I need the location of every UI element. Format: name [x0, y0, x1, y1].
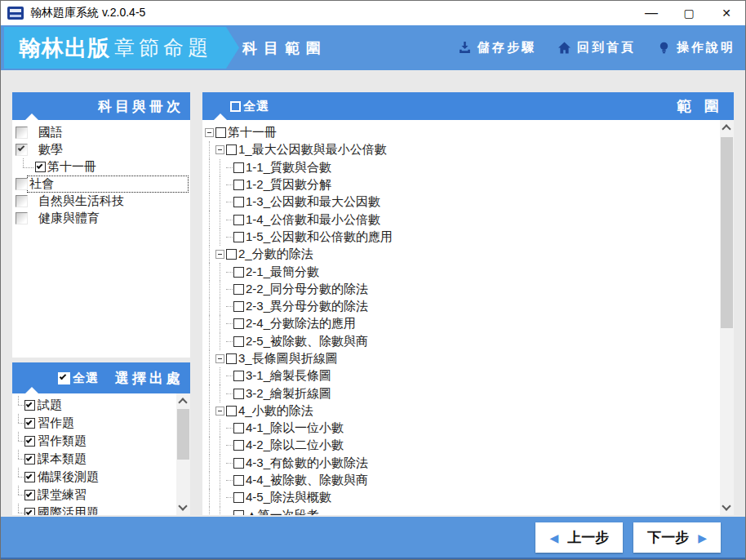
subject-label[interactable]: 國語: [38, 125, 63, 140]
source-label[interactable]: 課堂練習: [38, 487, 87, 503]
tree-node-label[interactable]: 1-5_公因數和公倍數的應用: [246, 229, 393, 245]
subject-row[interactable]: 社會: [12, 176, 190, 193]
tree-node-label[interactable]: 1-1_質數與合數: [246, 160, 331, 176]
source-label[interactable]: 習作題: [38, 416, 74, 431]
checkbox[interactable]: [24, 436, 35, 447]
checkbox[interactable]: [233, 318, 244, 329]
collapse-expander-icon[interactable]: [215, 354, 224, 363]
checkbox[interactable]: [233, 475, 244, 486]
source-label[interactable]: 課本類題: [38, 451, 87, 467]
tree-node-label[interactable]: 4-1_除以一位小數: [246, 420, 344, 436]
tree-node-label[interactable]: 2-2_同分母分數的除法: [246, 282, 368, 297]
checkbox[interactable]: [24, 418, 35, 429]
tree-row[interactable]: 2-4_分數除法的應用: [202, 315, 734, 332]
tree-row[interactable]: 2-3_異分母分數的除法: [202, 298, 734, 315]
tree-row[interactable]: 4-5_除法與概數: [202, 489, 734, 506]
checkbox[interactable]: [24, 490, 35, 500]
tree-node-label[interactable]: 3-1_繪製長條圖: [246, 368, 331, 384]
checkbox[interactable]: [226, 144, 237, 155]
tree-node-label[interactable]: 4-4_被除數、除數與商: [246, 473, 368, 488]
checkbox[interactable]: [233, 232, 244, 242]
tree-node-label[interactable]: 4-2_除以二位小數: [246, 438, 344, 453]
checkbox[interactable]: [16, 178, 28, 190]
checkbox[interactable]: [16, 195, 28, 207]
checkbox[interactable]: [24, 472, 35, 482]
tree-node-label[interactable]: 2-3_異分母分數的除法: [246, 299, 368, 314]
previous-step-button[interactable]: ◀ 上一步: [535, 522, 623, 553]
subject-label[interactable]: 社會: [29, 176, 54, 192]
checkbox[interactable]: [215, 127, 226, 138]
subject-row[interactable]: 健康與體育: [12, 210, 190, 227]
tree-row[interactable]: 1-3_公因數和最大公因數: [202, 193, 734, 211]
tree-node-label[interactable]: 2-4_分數除法的應用: [246, 316, 356, 331]
scroll-down-icon[interactable]: [178, 501, 187, 510]
collapse-expander-icon[interactable]: [215, 250, 224, 259]
next-step-button[interactable]: 下一步 ▶: [633, 522, 721, 553]
checkbox[interactable]: [233, 458, 244, 469]
subject-label[interactable]: 自然與生活科技: [38, 193, 124, 209]
sources-select-all-label[interactable]: 全選: [73, 371, 99, 386]
tree-row[interactable]: 1_最大公因數與最小公倍數: [202, 141, 734, 158]
checkbox[interactable]: [233, 371, 244, 381]
tree-row[interactable]: 3_長條圖與折線圖: [202, 350, 734, 367]
tree-row[interactable]: 4-2_除以二位小數: [202, 437, 734, 454]
subject-label[interactable]: 健康與體育: [38, 211, 100, 226]
scroll-down-icon[interactable]: [722, 501, 730, 510]
scrollbar-thumb[interactable]: [177, 409, 189, 460]
subject-row[interactable]: 數學: [12, 141, 190, 158]
subject-label[interactable]: 第十一冊: [47, 159, 96, 175]
tree-row[interactable]: 4-3_有餘數的小數除法: [202, 455, 734, 472]
checkbox[interactable]: [16, 127, 28, 139]
tree-row[interactable]: 4-4_被除數、除數與商: [202, 472, 734, 489]
source-row[interactable]: 課堂練習: [12, 486, 190, 504]
source-label[interactable]: 習作類題: [38, 433, 87, 449]
maximize-button[interactable]: ▢: [670, 1, 708, 25]
source-row[interactable]: 課本類題: [12, 450, 190, 468]
tree-row[interactable]: ▲第一次段考: [202, 507, 734, 515]
tree-node-label[interactable]: 4-3_有餘數的小數除法: [246, 456, 368, 471]
tree-node-label[interactable]: 1-4_公倍數和最小公倍數: [246, 212, 380, 228]
tree-node-label[interactable]: 1_最大公因數與最小公倍數: [238, 142, 387, 158]
scope-select-all-label[interactable]: 全選: [243, 99, 269, 114]
scope-select-all-checkbox[interactable]: [230, 101, 241, 112]
tree-node-label[interactable]: 4-5_除法與概數: [246, 490, 331, 505]
checkbox[interactable]: [226, 249, 237, 260]
checkbox[interactable]: [233, 389, 244, 399]
checkbox[interactable]: [233, 492, 244, 503]
checkbox[interactable]: [233, 336, 244, 347]
checkbox[interactable]: [35, 162, 46, 172]
scroll-up-icon[interactable]: [178, 398, 187, 407]
checkbox[interactable]: [226, 353, 237, 364]
checkbox[interactable]: [226, 406, 237, 416]
help-button[interactable]: 操作說明: [657, 40, 735, 56]
tree-row[interactable]: 2-1_最簡分數: [202, 263, 734, 280]
tree-node-label[interactable]: 1-3_公因數和最大公因數: [246, 194, 380, 210]
source-row[interactable]: 習作類題: [12, 432, 190, 450]
collapse-expander-icon[interactable]: [215, 407, 224, 416]
tree-row[interactable]: 2_分數的除法: [202, 246, 734, 263]
tree-row[interactable]: 1-4_公倍數和最小公倍數: [202, 211, 734, 228]
tree-node-label[interactable]: ▲第一次段考: [246, 508, 319, 515]
tree-row[interactable]: 4-1_除以一位小數: [202, 420, 734, 437]
tree-row[interactable]: 2-5_被除數、除數與商: [202, 333, 734, 350]
checkbox[interactable]: [233, 215, 244, 225]
sources-scrollbar[interactable]: [176, 393, 190, 515]
tree-row[interactable]: 3-2_繪製折線圖: [202, 384, 734, 402]
checkbox[interactable]: [24, 454, 35, 464]
checkbox[interactable]: [233, 440, 244, 451]
source-label[interactable]: 備課後測題: [38, 469, 99, 485]
tree-row[interactable]: 3-1_繪製長條圖: [202, 367, 734, 384]
checkbox[interactable]: [233, 284, 244, 295]
checkbox[interactable]: [233, 180, 244, 190]
checkbox[interactable]: [233, 423, 244, 433]
source-row[interactable]: 習作題: [12, 414, 190, 432]
checkbox[interactable]: [233, 162, 244, 173]
source-row[interactable]: 國際活用題: [12, 504, 190, 515]
tree-row[interactable]: 第十一冊: [202, 124, 734, 141]
checkbox[interactable]: [16, 212, 28, 224]
minimize-button[interactable]: —: [633, 1, 670, 25]
collapse-expander-icon[interactable]: [215, 145, 224, 154]
sources-select-all-checkbox[interactable]: [58, 372, 70, 384]
checkbox[interactable]: [16, 144, 28, 156]
subject-row[interactable]: 國語: [12, 124, 190, 141]
